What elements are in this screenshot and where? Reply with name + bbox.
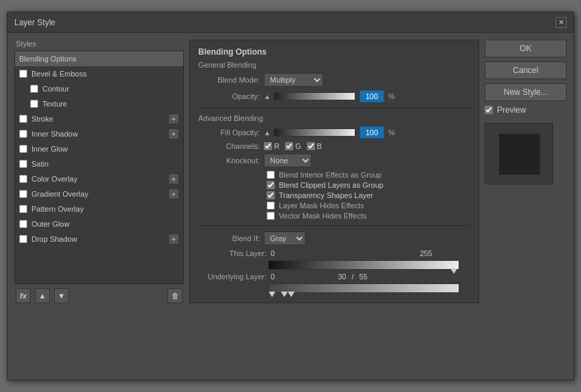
layer-mask-hides-row: Layer Mask Hides Effects — [267, 201, 470, 210]
underlying-mid2: 55 — [359, 272, 367, 281]
channels-group: R G B — [264, 142, 322, 150]
sidebar-item-pattern-overlay[interactable]: Pattern Overlay — [15, 201, 183, 216]
blend-mode-select[interactable]: Normal Dissolve Darken Multiply Color Bu… — [264, 73, 323, 87]
channel-g: G — [285, 142, 301, 150]
fill-opacity-row: Fill Opacity: ▲ % — [198, 126, 470, 139]
sidebar-item-outer-glow[interactable]: Outer Glow — [15, 216, 183, 232]
this-layer-min: 0 — [271, 249, 275, 257]
sidebar-item-contour[interactable]: Contour — [15, 81, 183, 96]
channel-b-label: B — [317, 142, 322, 150]
move-down-button[interactable]: ▼ — [54, 288, 69, 303]
dialog-title: Layer Style — [14, 18, 55, 27]
this-layer-values: 0 255 — [271, 249, 432, 257]
transparency-shapes-checkbox[interactable] — [267, 191, 275, 199]
fx-button[interactable]: fx — [16, 288, 31, 303]
channel-g-label: G — [295, 142, 301, 150]
layer-mask-hides-label: Layer Mask Hides Effects — [279, 201, 364, 210]
fill-opacity-input[interactable] — [360, 126, 384, 139]
opacity-slider-container: ▲ — [264, 92, 355, 100]
knockout-label: Knockout: — [198, 156, 260, 165]
sidebar-item-drop-shadow[interactable]: Drop Shadow + — [15, 232, 183, 247]
underlying-layer-slider[interactable] — [268, 283, 459, 293]
blend-clipped-label: Blend Clipped Layers as Group — [279, 181, 383, 189]
preview-canvas — [485, 123, 553, 184]
knockout-row: Knockout: None Shallow Deep — [198, 154, 470, 167]
gradient-overlay-checkbox[interactable] — [19, 190, 27, 198]
sidebar-item-inner-glow[interactable]: Inner Glow — [15, 141, 183, 156]
drop-shadow-checkbox[interactable] — [19, 235, 27, 243]
inner-shadow-checkbox[interactable] — [19, 130, 27, 138]
blend-interior-label: Blend Interior Effects as Group — [279, 171, 381, 179]
sidebar-item-satin[interactable]: Satin — [15, 156, 183, 171]
sidebar-item-label: Contour — [42, 85, 179, 93]
channel-b-checkbox[interactable] — [307, 142, 315, 150]
gradient-overlay-add-button[interactable]: + — [168, 188, 179, 199]
satin-checkbox[interactable] — [19, 160, 27, 168]
divider-2 — [198, 225, 470, 226]
sidebar-item-label: Pattern Overlay — [31, 205, 179, 213]
blend-interior-checkbox[interactable] — [267, 171, 275, 179]
sidebar-item-gradient-overlay[interactable]: Gradient Overlay + — [15, 186, 183, 201]
underlying-split-left-thumb[interactable] — [281, 292, 288, 297]
drop-shadow-add-button[interactable]: + — [168, 234, 179, 244]
ok-button[interactable]: OK — [485, 40, 567, 57]
this-layer-slider-wrap — [268, 260, 470, 270]
underlying-split-right-thumb[interactable] — [288, 292, 295, 297]
underlying-left-thumb[interactable] — [269, 292, 275, 297]
right-panel: OK Cancel New Style... Preview — [485, 40, 567, 303]
underlying-layer-values: 0 30 / 55 — [271, 272, 368, 281]
channels-label: Channels: — [198, 142, 260, 150]
this-layer-right-thumb[interactable] — [450, 268, 457, 274]
transparency-shapes-row: Transparency Shapes Layer — [267, 191, 470, 199]
new-style-button[interactable]: New Style... — [485, 83, 567, 101]
knockout-select[interactable]: None Shallow Deep — [264, 154, 312, 167]
this-layer-row: This Layer: 0 255 — [198, 249, 470, 257]
sidebar-item-label: Satin — [31, 160, 179, 168]
color-overlay-checkbox[interactable] — [19, 175, 27, 183]
stroke-add-button[interactable]: + — [168, 113, 179, 124]
advanced-blending-title: Advanced Blending — [198, 114, 470, 122]
color-overlay-add-button[interactable]: + — [168, 173, 179, 184]
channel-r-checkbox[interactable] — [264, 142, 272, 150]
outer-glow-checkbox[interactable] — [19, 220, 27, 228]
sidebar-item-color-overlay[interactable]: Color Overlay + — [15, 171, 183, 186]
move-up-button[interactable]: ▲ — [35, 288, 50, 303]
opacity-slider[interactable] — [273, 92, 355, 100]
inner-glow-checkbox[interactable] — [19, 145, 27, 153]
blend-clipped-checkbox[interactable] — [267, 181, 275, 189]
preview-label: Preview — [497, 105, 526, 115]
fill-opacity-unit: % — [388, 128, 395, 137]
this-layer-slider[interactable] — [268, 260, 459, 270]
sidebar-item-label: Outer Glow — [31, 220, 179, 228]
sidebar-item-label: Gradient Overlay — [31, 190, 168, 198]
pattern-overlay-checkbox[interactable] — [19, 205, 27, 213]
close-button[interactable]: ✕ — [556, 17, 567, 28]
blend-mode-label: Blend Mode: — [198, 76, 260, 84]
fill-opacity-slider-container: ▲ — [264, 128, 355, 137]
left-panel: Styles Blending Options Bevel & Emboss C… — [14, 40, 184, 303]
texture-checkbox[interactable] — [30, 100, 38, 108]
stroke-checkbox[interactable] — [19, 115, 27, 123]
channel-g-checkbox[interactable] — [285, 142, 293, 150]
vector-mask-hides-checkbox[interactable] — [267, 212, 275, 220]
inner-shadow-add-button[interactable]: + — [168, 128, 179, 139]
sidebar-item-blending-options[interactable]: Blending Options — [15, 51, 183, 66]
sidebar-item-inner-shadow[interactable]: Inner Shadow + — [15, 126, 183, 141]
sidebar-item-label: Stroke — [31, 115, 168, 123]
cancel-button[interactable]: Cancel — [485, 61, 567, 79]
sidebar-item-texture[interactable]: Texture — [15, 96, 183, 111]
sidebar-item-stroke[interactable]: Stroke + — [15, 111, 183, 126]
vector-mask-hides-label: Vector Mask Hides Effects — [279, 212, 366, 220]
blend-if-select[interactable]: Gray Red Green Blue — [264, 232, 306, 245]
contour-checkbox[interactable] — [30, 85, 38, 93]
delete-button[interactable]: 🗑 — [167, 288, 183, 303]
underlying-layer-row: Underlying Layer: 0 30 / 55 — [198, 272, 470, 281]
preview-checkbox[interactable] — [485, 106, 493, 114]
sidebar-item-bevel-emboss[interactable]: Bevel & Emboss — [15, 66, 183, 81]
preview-row: Preview — [485, 105, 567, 115]
opacity-input[interactable] — [360, 90, 384, 102]
preview-square — [499, 134, 540, 175]
layer-mask-hides-checkbox[interactable] — [267, 201, 275, 210]
fill-opacity-slider[interactable] — [273, 128, 355, 137]
bevel-emboss-checkbox[interactable] — [19, 70, 27, 78]
